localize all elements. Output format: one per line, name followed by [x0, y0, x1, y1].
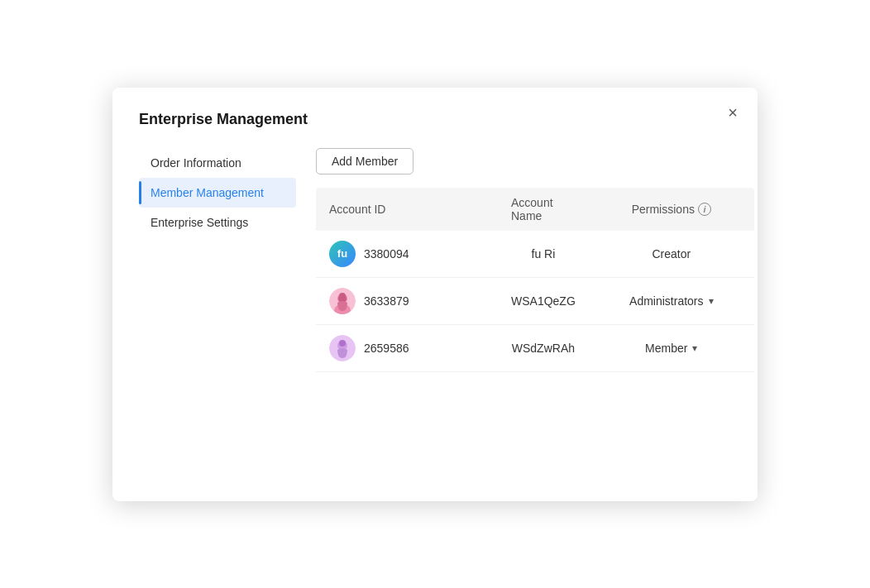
- table-row: 2659586 WSdZwRAh Member ▾: [316, 325, 754, 372]
- cell-account-id-2: 3633879: [316, 288, 498, 314]
- permissions-dropdown-arrow-3[interactable]: ▾: [692, 342, 697, 354]
- cell-account-id-3: 2659586: [316, 335, 498, 361]
- cell-permissions-3[interactable]: Member ▾: [589, 342, 754, 355]
- table-header: Account ID Account Name Permissions i: [316, 188, 754, 231]
- cell-account-name-3: WSdZwRAh: [498, 342, 589, 355]
- sidebar-item-enterprise-settings[interactable]: Enterprise Settings: [139, 208, 296, 237]
- account-id-value-1: 3380094: [364, 247, 409, 261]
- table-row: 3633879 WSA1QeZG Administrators ▾: [316, 278, 754, 325]
- cell-account-id-1: fu 3380094: [316, 241, 498, 267]
- account-id-value-2: 3633879: [364, 294, 409, 308]
- sidebar: Order Information Member Management Ente…: [139, 148, 296, 372]
- main-content: Add Member Account ID Account Name Permi…: [296, 148, 754, 372]
- sidebar-item-label: Enterprise Settings: [151, 216, 248, 229]
- avatar-2: [329, 288, 356, 314]
- modal-title: Enterprise Management: [139, 111, 731, 128]
- members-table: Account ID Account Name Permissions i fu: [316, 188, 754, 372]
- add-member-button[interactable]: Add Member: [316, 148, 413, 174]
- cell-account-name-1: fu Ri: [498, 247, 589, 261]
- avatar-3: [329, 335, 356, 361]
- account-id-value-3: 2659586: [364, 342, 409, 355]
- sidebar-item-label: Order Information: [151, 156, 241, 170]
- content-layout: Order Information Member Management Ente…: [139, 148, 731, 372]
- cell-permissions-2[interactable]: Administrators ▾: [589, 294, 754, 308]
- close-button[interactable]: ×: [728, 104, 738, 121]
- sidebar-item-member-management[interactable]: Member Management: [139, 178, 296, 208]
- table-row: fu 3380094 fu Ri Creator: [316, 231, 754, 278]
- header-account-name: Account Name: [498, 196, 589, 222]
- avatar-1: fu: [329, 241, 356, 267]
- permissions-info-icon[interactable]: i: [698, 203, 711, 216]
- sidebar-item-order-information[interactable]: Order Information: [139, 148, 296, 178]
- cell-account-name-2: WSA1QeZG: [498, 294, 589, 308]
- cell-permissions-1: Creator: [589, 247, 754, 261]
- header-account-id: Account ID: [316, 196, 498, 222]
- svg-point-4: [339, 293, 346, 299]
- header-permissions: Permissions i: [589, 196, 754, 222]
- svg-point-7: [339, 340, 346, 347]
- sidebar-item-label: Member Management: [151, 186, 264, 199]
- enterprise-management-modal: Enterprise Management × Order Informatio…: [112, 88, 758, 501]
- permissions-dropdown-arrow-2[interactable]: ▾: [709, 295, 714, 307]
